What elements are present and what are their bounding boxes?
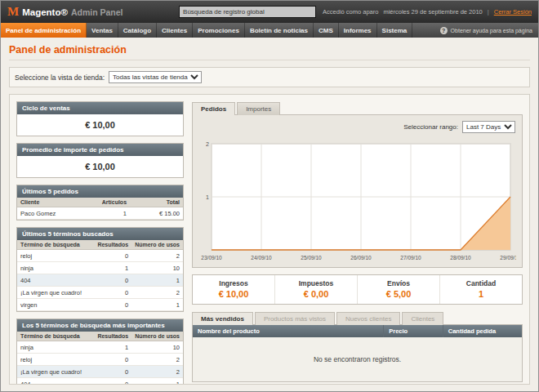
content-area: Panel de administración Seleccione la vi… [1, 38, 538, 391]
help-link[interactable]: ? Obtener ayuda para esta página [434, 23, 538, 38]
table-row[interactable]: virgen01 [17, 299, 183, 311]
table-row[interactable]: 40401 [17, 378, 183, 385]
column-header: Cliente [17, 198, 93, 207]
lifetime-sales-card: Ciclo de ventas € 10,00 [16, 101, 184, 136]
tab-importes[interactable]: Importes [237, 102, 280, 115]
table-row[interactable]: Paco Gomez1€ 15.00 [17, 207, 183, 220]
logged-in-as: Accedió como aparo [323, 8, 378, 16]
column-header: Artículos [93, 198, 130, 207]
table-cell: 10 [131, 262, 183, 274]
nav-item-promociones[interactable]: Promociones [193, 23, 245, 38]
global-search-input[interactable] [179, 6, 316, 18]
tab-pedidos[interactable]: Pedidos [192, 102, 235, 115]
table-row[interactable]: ninja110 [17, 262, 183, 274]
total-label: Impuestos [275, 279, 357, 287]
dashboard-right-column: Pedidos Importes Seleccionar rango: Last… [192, 101, 523, 377]
nav-item-informes[interactable]: Informes [339, 23, 377, 38]
table-cell: ¡La virgen que cuadro! [17, 366, 94, 378]
average-orders-value: € 10,00 [17, 156, 183, 177]
table-cell: 1 [94, 262, 131, 274]
svg-text:1: 1 [206, 194, 209, 200]
dashboard-container: Ciclo de ventas € 10,00 Promedio de impo… [9, 94, 530, 385]
orders-chart-panel: Seleccionar rango: Last 7 Days 1223/09/1… [192, 114, 523, 268]
last-search-terms-card: Últimos 5 términos buscados Término de b… [16, 227, 184, 312]
table-cell: Paco Gomez [17, 207, 93, 220]
logo-subtitle: Admin Panel [71, 7, 123, 17]
total-value: € 5,00 [358, 289, 439, 299]
tab-nuevos-clientes[interactable]: Nuevos clientes [336, 312, 400, 325]
column-header: Precio [384, 325, 443, 337]
card-title: Promedio de importe de pedidos [17, 144, 183, 156]
store-view-switcher: Seleccione la vista de tienda: Todas las… [9, 67, 530, 87]
table-row[interactable]: reloj02 [17, 354, 183, 366]
column-header: Número de usos [131, 332, 183, 341]
nav-item-sistema[interactable]: Sistema [377, 23, 413, 38]
logo-text: Magento® [22, 7, 68, 17]
products-table: Nombre del productoPrecioCantidad pedida [193, 325, 522, 337]
table-row[interactable]: ¡La virgen que cuadro!02 [17, 287, 183, 299]
magento-logo-icon: M [7, 6, 19, 18]
empty-records-message: No se encontraron registros. [193, 337, 522, 381]
table-cell: 1 [131, 274, 183, 287]
nav-item-dashboard[interactable]: Panel de administración [1, 23, 87, 38]
orders-chart: 1223/09/1024/09/1025/09/1026/09/1027/09/… [198, 139, 516, 263]
table-cell: 0 [94, 378, 131, 385]
total-label: Envíos [358, 279, 439, 287]
nav-item-ventas[interactable]: Ventas [87, 23, 118, 38]
table-cell: 2 [131, 250, 183, 262]
totals-row: Ingresos € 10,00 Impuestos € 0,00 Envíos… [192, 274, 523, 305]
store-view-label: Seleccione la vista de tienda: [15, 74, 105, 82]
svg-text:2: 2 [206, 141, 209, 147]
table-row[interactable]: ¡La virgen que cuadro!02 [17, 366, 183, 378]
dashboard-left-column: Ciclo de ventas € 10,00 Promedio de impo… [16, 101, 184, 377]
tab-productos-mas-vistos[interactable]: Productos más vistos [255, 312, 335, 325]
table-cell: 1 [131, 299, 183, 311]
total-value: € 10,00 [193, 289, 274, 299]
table-cell: 404 [17, 378, 94, 385]
table-cell: 1 [131, 378, 183, 385]
column-header: Número de usos [131, 240, 183, 250]
orders-chart-area: 1223/09/1024/09/1025/09/1026/09/1027/09/… [197, 137, 518, 263]
nav-item-clientes[interactable]: Clientes [157, 23, 193, 38]
svg-text:23/09/10: 23/09/10 [201, 255, 222, 261]
range-select[interactable]: Last 7 Days [462, 121, 515, 133]
table-cell: € 15.00 [130, 207, 183, 220]
total-cantidad: Cantidad 1 [439, 275, 522, 304]
top-header: M Magento® Admin Panel Accedió como apar… [1, 1, 538, 23]
last-search-terms-table: Término de búsquedaResultadosNúmero de u… [17, 240, 183, 311]
table-cell: ninja [17, 262, 94, 274]
divider: | [488, 8, 489, 16]
card-title: Los 5 términos de búsqueda más important… [17, 319, 183, 332]
table-cell: 2 [131, 366, 183, 378]
total-value: € 0,00 [275, 289, 357, 299]
products-tab-bar: Más vendidos Productos más vistos Nuevos… [192, 311, 523, 324]
table-row[interactable]: reloj02 [17, 250, 183, 262]
table-cell: ¡La virgen que cuadro! [17, 287, 94, 299]
table-cell: ninja [17, 341, 94, 354]
table-row[interactable]: 40401 [17, 274, 183, 287]
tab-clientes[interactable]: Clientes [402, 312, 443, 325]
magento-admin-window: M Magento® Admin Panel Accedió como apar… [0, 0, 539, 392]
nav-item-boletin[interactable]: Boletín de noticias [245, 23, 314, 38]
nav-item-cms[interactable]: CMS [314, 23, 339, 38]
table-cell: reloj [17, 250, 94, 262]
average-orders-card: Promedio de importe de pedidos € 10,00 [16, 143, 184, 178]
store-view-select[interactable]: Todas las vistas de tienda [109, 71, 202, 83]
table-cell: reloj [17, 354, 94, 366]
table-cell: 0 [94, 250, 131, 262]
table-cell: 0 [94, 299, 131, 311]
table-cell: 2 [131, 287, 183, 299]
svg-text:29/09/10: 29/09/10 [500, 255, 516, 261]
logout-link[interactable]: Cerrar Sesión [494, 8, 532, 16]
column-header: Término de búsqueda [17, 240, 94, 250]
svg-text:28/09/10: 28/09/10 [450, 255, 471, 261]
table-row[interactable]: ninja110 [17, 341, 183, 354]
column-header: Término de búsqueda [17, 332, 94, 341]
nav-item-catalogo[interactable]: Catálogo [118, 23, 157, 38]
card-title: Ciclo de ventas [17, 102, 183, 114]
header-user-info: Accedió como aparo miércoles 29 de septi… [323, 8, 532, 16]
tab-mas-vendidos[interactable]: Más vendidos [192, 312, 253, 325]
last-orders-card: Últimos 5 pedidos ClienteArtículosTotalP… [16, 185, 184, 220]
svg-text:27/09/10: 27/09/10 [400, 255, 421, 261]
products-table-wrap: Nombre del productoPrecioCantidad pedida… [192, 324, 523, 382]
